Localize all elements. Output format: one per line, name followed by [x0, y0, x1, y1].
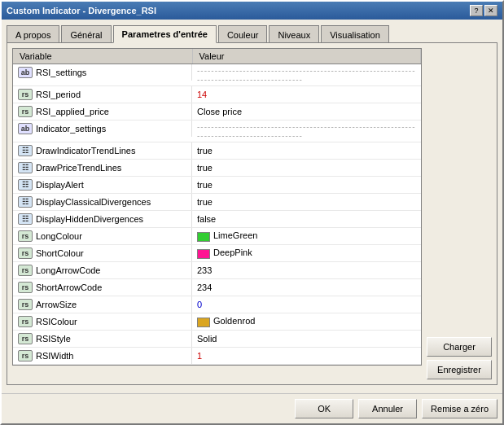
type-badge: ☷	[18, 145, 33, 156]
table-row[interactable]: ☷DrawIndicatorTrendLinestrue	[13, 142, 421, 160]
table-row[interactable]: rsShortColourDeepPink	[13, 245, 421, 262]
var-cell: ☷DrawIndicatorTrendLines	[13, 142, 192, 159]
table-row[interactable]: ☷DisplayHiddenDivergencesfalse	[13, 211, 421, 228]
val-cell: Goldenrod	[192, 313, 421, 331]
enregistrer-button[interactable]: Enregistrer	[427, 360, 492, 379]
val-cell: true	[192, 194, 421, 211]
main-area: Variable Valeur abRSI_settings----------…	[12, 48, 492, 379]
table-row[interactable]: rsRSIColourGoldenrod	[13, 313, 421, 331]
col-variable: Variable	[13, 49, 192, 64]
tab-bar: A propos Général Parametres d'entrée Cou…	[7, 24, 497, 42]
table-row[interactable]: rsRSI_applied_priceClose price	[13, 103, 421, 120]
var-name: LongColour	[36, 231, 82, 241]
table-row[interactable]: ☷DisplayClassicalDivergencestrue	[13, 194, 421, 211]
type-badge: ☷	[18, 213, 33, 225]
color-label: Goldenrod	[213, 316, 255, 326]
val-cell: 233	[192, 262, 421, 279]
var-cell: ☷DisplayClassicalDivergences	[13, 194, 192, 210]
val-cell: ----------------------------------------…	[192, 120, 421, 142]
color-swatch	[197, 232, 210, 242]
var-name: RSIStyle	[36, 334, 71, 344]
var-name: RSI_settings	[36, 68, 86, 77]
type-badge: rs	[18, 89, 33, 100]
var-cell: rsRSIWidth	[13, 348, 192, 364]
val-cell: 0	[192, 296, 421, 313]
val-cell: Close price	[192, 103, 421, 120]
val-cell: LimeGreen	[192, 228, 421, 245]
var-cell: ☷DisplayAlert	[13, 177, 192, 193]
content-area: A propos Général Parametres d'entrée Cou…	[2, 20, 502, 390]
var-name: DrawPriceTrendLines	[36, 163, 121, 173]
annuler-button[interactable]: Annuler	[358, 399, 417, 418]
params-table-container[interactable]: Variable Valeur abRSI_settings----------…	[12, 48, 422, 366]
type-badge: rs	[18, 333, 33, 344]
tab-apropos[interactable]: A propos	[7, 25, 59, 43]
main-window: Custom Indicator - Divergence_RSI ? ✕ A …	[0, 0, 504, 425]
help-button[interactable]: ?	[470, 5, 483, 16]
tab-couleur[interactable]: Couleur	[218, 25, 268, 43]
table-row[interactable]: ☷DisplayAlerttrue	[13, 177, 421, 194]
window-title: Custom Indicator - Divergence_RSI	[7, 6, 156, 15]
table-row[interactable]: ☷DrawPriceTrendLinestrue	[13, 160, 421, 177]
type-badge: rs	[18, 282, 33, 293]
var-cell: rsShortArrowCode	[13, 279, 192, 296]
tab-content: Variable Valeur abRSI_settings----------…	[7, 42, 497, 385]
var-name: DisplayClassicalDivergences	[36, 197, 151, 207]
title-buttons: ? ✕	[470, 5, 497, 16]
val-cell: DeepPink	[192, 245, 421, 262]
type-badge: rs	[18, 106, 33, 117]
var-cell: rsRSI_period	[13, 86, 192, 103]
val-cell: ----------------------------------------…	[192, 64, 421, 86]
tab-params[interactable]: Parametres d'entrée	[113, 25, 217, 43]
tab-visualisation[interactable]: Visualisation	[321, 25, 389, 43]
params-table: Variable Valeur abRSI_settings----------…	[13, 49, 421, 365]
var-name: RSI_period	[36, 90, 81, 99]
color-swatch	[197, 249, 210, 259]
var-name: RSIColour	[36, 317, 77, 326]
val-cell: true	[192, 177, 421, 194]
var-cell: rsRSIColour	[13, 313, 192, 330]
table-row[interactable]: abRSI_settings--------------------------…	[13, 64, 421, 86]
charger-button[interactable]: Charger	[427, 337, 492, 357]
table-row[interactable]: rsLongColourLimeGreen	[13, 228, 421, 245]
var-cell: abIndicator_settings	[13, 120, 192, 137]
table-row[interactable]: abIndicator_settings--------------------…	[13, 120, 421, 142]
type-badge: ab	[18, 67, 33, 78]
table-row[interactable]: rsRSIWidth1	[13, 348, 421, 365]
tab-general[interactable]: Général	[61, 25, 111, 43]
side-buttons: Charger Enregistrer	[427, 48, 492, 379]
val-cell: true	[192, 142, 421, 160]
val-cell: false	[192, 211, 421, 228]
table-row[interactable]: rsRSIStyleSolid	[13, 331, 421, 348]
type-badge: rs	[18, 299, 33, 310]
color-label: LimeGreen	[213, 230, 257, 240]
ok-button[interactable]: OK	[295, 399, 353, 418]
var-cell: rsLongArrowCode	[13, 262, 192, 278]
table-row[interactable]: rsShortArrowCode234	[13, 279, 421, 296]
bottom-bar: OK Annuler Remise a zéro	[2, 393, 502, 423]
var-name: ShortColour	[36, 248, 84, 258]
val-cell: Solid	[192, 331, 421, 348]
table-row[interactable]: rsLongArrowCode233	[13, 262, 421, 279]
table-row[interactable]: rsRSI_period14	[13, 86, 421, 103]
tab-niveaux[interactable]: Niveaux	[269, 25, 319, 43]
var-cell: ☷DrawPriceTrendLines	[13, 160, 192, 176]
type-badge: rs	[18, 350, 33, 361]
val-cell: true	[192, 160, 421, 177]
val-cell: 14	[192, 86, 421, 103]
type-badge: rs	[18, 230, 33, 242]
type-badge: rs	[18, 248, 33, 259]
table-row[interactable]: rsArrowSize0	[13, 296, 421, 313]
col-valeur: Valeur	[192, 49, 421, 64]
var-name: RSIWidth	[36, 351, 73, 361]
remise-button[interactable]: Remise a zéro	[422, 399, 497, 418]
title-bar: Custom Indicator - Divergence_RSI ? ✕	[2, 2, 502, 20]
type-badge: ☷	[18, 196, 33, 208]
type-badge: rs	[18, 316, 33, 327]
var-name: ShortArrowCode	[36, 283, 102, 292]
var-name: RSI_applied_price	[36, 107, 109, 116]
var-name: DisplayAlert	[36, 180, 84, 190]
var-name: DisplayHiddenDivergences	[36, 214, 143, 224]
close-button[interactable]: ✕	[484, 5, 497, 16]
type-badge: rs	[18, 265, 33, 276]
